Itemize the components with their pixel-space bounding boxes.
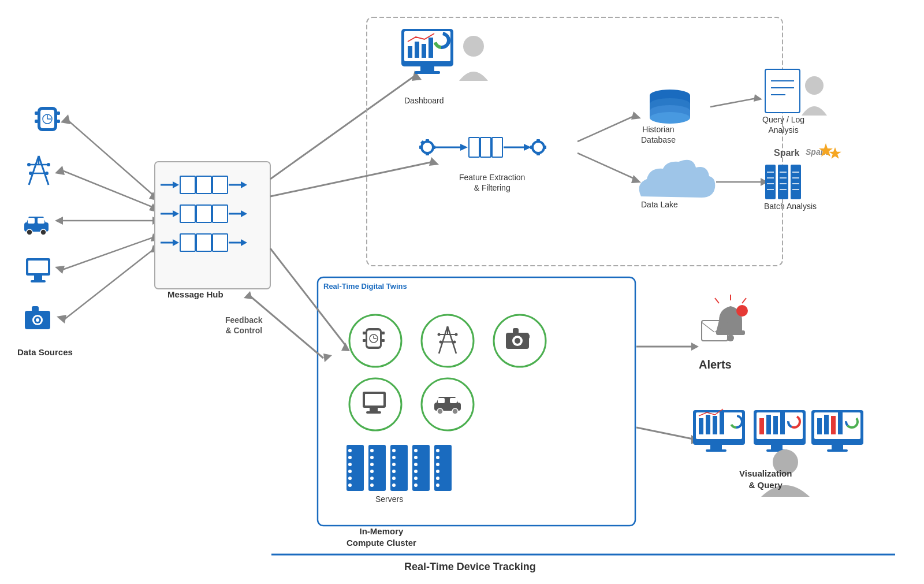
svg-rect-168 <box>513 328 519 334</box>
svg-rect-171 <box>363 392 386 408</box>
svg-rect-238 <box>699 418 703 434</box>
svg-rect-254 <box>811 410 863 445</box>
svg-point-193 <box>370 477 374 480</box>
svg-point-86 <box>422 142 433 153</box>
svg-line-36 <box>61 170 155 208</box>
svg-line-10 <box>39 156 49 185</box>
svg-rect-234 <box>693 410 745 445</box>
svg-point-200 <box>392 477 396 480</box>
svg-point-161 <box>455 333 458 336</box>
svg-rect-23 <box>26 258 50 276</box>
svg-marker-46 <box>151 245 161 252</box>
svg-marker-267 <box>819 143 833 157</box>
svg-rect-91 <box>432 146 435 149</box>
realtime-device-tracking-label: Real-Time Device Tracking <box>404 560 536 574</box>
svg-rect-104 <box>530 146 534 149</box>
svg-rect-66 <box>196 234 211 251</box>
svg-rect-0 <box>38 107 57 131</box>
svg-rect-59 <box>196 205 211 222</box>
svg-point-191 <box>370 463 374 466</box>
svg-rect-247 <box>766 449 787 452</box>
svg-rect-24 <box>28 261 48 273</box>
svg-line-42 <box>61 237 155 270</box>
svg-rect-3 <box>35 120 38 123</box>
svg-rect-79 <box>422 44 426 58</box>
svg-point-210 <box>436 449 439 452</box>
svg-rect-231 <box>702 321 728 341</box>
data-sources-label: Data Sources <box>17 347 73 358</box>
svg-rect-89 <box>426 152 429 155</box>
svg-line-9 <box>29 156 39 185</box>
svg-marker-40 <box>152 217 161 225</box>
svg-marker-220 <box>323 354 332 362</box>
svg-rect-95 <box>469 137 479 157</box>
svg-point-167 <box>515 338 520 344</box>
svg-point-208 <box>414 483 418 487</box>
svg-line-45 <box>64 248 155 320</box>
svg-point-164 <box>494 315 546 367</box>
svg-rect-53 <box>213 176 228 194</box>
svg-point-6 <box>43 114 52 124</box>
svg-rect-188 <box>368 445 386 491</box>
svg-rect-257 <box>827 449 848 452</box>
svg-point-199 <box>392 470 396 473</box>
alerts-label: Alerts <box>699 357 732 372</box>
svg-point-85 <box>463 36 484 57</box>
svg-point-206 <box>414 470 418 473</box>
svg-point-21 <box>27 229 32 235</box>
historian-db-label: HistorianDatabase <box>641 124 676 145</box>
svg-marker-69 <box>241 239 247 246</box>
svg-rect-260 <box>831 416 836 434</box>
svg-point-87 <box>424 144 430 150</box>
svg-rect-146 <box>363 332 366 334</box>
svg-rect-149 <box>382 339 385 342</box>
svg-point-197 <box>392 456 396 459</box>
svg-point-226 <box>727 334 734 341</box>
svg-line-117 <box>710 98 757 107</box>
svg-point-253 <box>788 416 800 427</box>
svg-point-190 <box>370 456 374 459</box>
svg-point-28 <box>32 315 43 325</box>
svg-rect-173 <box>370 408 378 412</box>
feature-extraction-label: Feature Extraction& Filtering <box>459 172 525 193</box>
batch-analysis-label: Batch Analysis <box>764 201 817 211</box>
svg-point-166 <box>512 336 523 346</box>
svg-marker-57 <box>173 210 179 217</box>
svg-line-232 <box>702 322 714 332</box>
svg-point-182 <box>348 449 352 452</box>
svg-point-82 <box>435 34 449 47</box>
svg-rect-51 <box>180 176 195 194</box>
svg-line-216 <box>270 248 346 347</box>
svg-point-15 <box>47 163 50 166</box>
svg-point-192 <box>370 470 374 473</box>
svg-rect-58 <box>180 205 195 222</box>
svg-line-70 <box>270 75 416 179</box>
svg-rect-2 <box>57 111 60 115</box>
svg-point-100 <box>532 142 544 153</box>
svg-rect-31 <box>32 306 39 312</box>
visualization-label: Visualization& Query <box>739 468 792 490</box>
svg-rect-128 <box>765 165 776 199</box>
svg-point-17 <box>45 172 49 175</box>
dashboard-label: Dashboard <box>404 95 444 106</box>
svg-marker-43 <box>151 233 161 241</box>
svg-rect-4 <box>57 120 60 123</box>
svg-line-33 <box>66 119 155 196</box>
svg-rect-92 <box>420 140 425 145</box>
svg-point-110 <box>650 90 690 101</box>
data-lake-label: Data Lake <box>641 199 678 210</box>
svg-line-108 <box>578 153 635 179</box>
svg-rect-129 <box>778 165 788 199</box>
svg-rect-249 <box>766 415 771 434</box>
svg-rect-20 <box>38 218 44 224</box>
svg-rect-65 <box>180 234 195 251</box>
svg-marker-107 <box>631 111 641 120</box>
svg-line-155 <box>439 326 448 354</box>
svg-rect-236 <box>710 445 722 449</box>
svg-rect-113 <box>650 104 690 111</box>
svg-marker-64 <box>173 239 179 246</box>
svg-marker-222 <box>691 343 699 351</box>
svg-point-22 <box>40 229 46 235</box>
svg-marker-55 <box>241 181 247 188</box>
svg-point-14 <box>27 163 31 166</box>
